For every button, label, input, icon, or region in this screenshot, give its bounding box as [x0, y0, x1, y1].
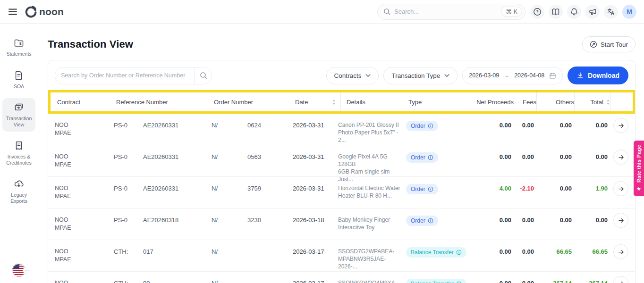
translate-language-icon[interactable]	[604, 5, 618, 19]
info-icon	[456, 281, 462, 283]
arrow-right-icon: →	[504, 72, 509, 79]
top-bar: noon ⌘ K ? M	[0, 0, 644, 24]
sidebar-item-label: Legacy Exports	[3, 192, 34, 204]
contracts-dropdown[interactable]: Contracts	[326, 67, 379, 84]
column-header-others[interactable]: Others	[536, 92, 574, 111]
table-row[interactable]: NOO MPAE PS-0AE20260331 N/0624 2026-03-3…	[48, 114, 635, 145]
column-header-type[interactable]: Type	[408, 92, 475, 111]
help-icon[interactable]: ?	[530, 5, 544, 19]
type-cell: Order	[406, 153, 472, 163]
column-header-date[interactable]: Date	[295, 92, 340, 111]
table-row[interactable]: NOO MPAE CTH:99 N/ 2026-03-17 SSOWKGW2Q4…	[48, 272, 635, 283]
net-proceeds-cell: 0.00	[472, 248, 511, 256]
chevron-right-icon: ›	[23, 267, 29, 274]
column-header-reference-number[interactable]: Reference Number	[116, 92, 214, 111]
noon-logo[interactable]: noon	[25, 5, 64, 18]
type-cell: Order	[406, 216, 472, 226]
row-expand-arrow-button[interactable]	[613, 118, 628, 133]
cmd-icon: ⌘	[506, 8, 512, 15]
type-cell: Order	[406, 184, 472, 194]
notifications-bell-icon[interactable]	[567, 5, 581, 19]
type-badge[interactable]: Balance Transfer	[406, 279, 466, 283]
table-row[interactable]: NOO MPAE PS-0AE20260318 N/3230 2026-03-1…	[48, 208, 635, 240]
info-icon	[428, 218, 433, 224]
invoices-receipt-icon	[14, 141, 24, 151]
type-badge[interactable]: Order	[406, 152, 438, 163]
sidebar-item-transaction-view[interactable]: Transaction View	[2, 98, 35, 132]
date-cell: 2026-03-18	[293, 216, 338, 224]
table-search-input[interactable]	[55, 67, 195, 84]
search-submit-button[interactable]	[195, 67, 212, 84]
row-expand-arrow-button[interactable]	[613, 276, 628, 283]
row-expand-arrow-button[interactable]	[613, 150, 628, 165]
start-tour-button[interactable]: Start Tour	[582, 36, 636, 52]
reference-number-cell: CTH:017	[114, 248, 212, 256]
order-number-cell: N/3759	[212, 184, 293, 192]
user-avatar[interactable]: M	[622, 5, 636, 19]
type-badge[interactable]: Order	[406, 216, 438, 226]
sidebar-item-legacy-exports[interactable]: Legacy Exports	[2, 175, 35, 208]
contract-cell: NOO MPAE	[55, 216, 114, 232]
compass-icon	[590, 41, 597, 48]
table-row[interactable]: NOO MPAE CTH:017 N/ 2026-03-17 SSOSD7G2W…	[48, 240, 635, 272]
table-search[interactable]	[55, 67, 212, 84]
column-header-details[interactable]: Details	[340, 92, 408, 111]
column-header-net-proceeds[interactable]: Net Proceeds	[475, 92, 514, 111]
table-body: NOO MPAE PS-0AE20260331 N/0624 2026-03-3…	[48, 114, 635, 283]
rate-this-page-tab[interactable]: Rate this Page ★	[634, 141, 644, 196]
total-cell: 0.00	[572, 216, 608, 224]
column-header-order-number[interactable]: Order Number	[214, 92, 295, 111]
row-expand-arrow-button[interactable]	[613, 244, 628, 259]
sidebar-item-statements[interactable]: $ Statements	[2, 33, 35, 61]
sidebar-item-invoices-creditnotes[interactable]: Invoices & Creditnotes	[2, 136, 35, 170]
column-header-contract[interactable]: Contract	[57, 92, 116, 111]
type-badge[interactable]: Order	[406, 121, 438, 131]
row-expand-arrow-button[interactable]	[613, 181, 628, 196]
others-cell: 0.00	[534, 184, 572, 192]
reference-number-cell: PS-0AE20260318	[114, 216, 212, 224]
transaction-type-dropdown[interactable]: Transaction Type	[383, 67, 458, 84]
column-header-fees[interactable]: Fees	[514, 92, 536, 111]
svg-text:?: ?	[536, 9, 539, 14]
others-cell: 267.14	[534, 279, 572, 283]
contract-cell: NOO MPAE	[55, 248, 114, 264]
info-icon	[428, 186, 433, 192]
announcements-megaphone-icon[interactable]	[585, 5, 600, 19]
star-icon: ★	[636, 186, 641, 192]
info-icon	[428, 123, 433, 129]
global-search[interactable]: ⌘ K	[377, 4, 525, 20]
chevron-down-icon	[365, 74, 371, 77]
fees-cell: 0.00	[511, 216, 534, 224]
date-range-picker[interactable]: 2026-03-09 → 2026-04-08	[462, 67, 563, 84]
noon-wordmark: noon	[39, 6, 64, 17]
filter-bar: Contracts Transaction Type 2026-03-09 → …	[48, 60, 635, 89]
type-badge[interactable]: Order	[406, 184, 438, 194]
table-row[interactable]: NOO MPAE PS-0AE20260331 N/0563 2026-03-3…	[48, 145, 635, 177]
type-badge[interactable]: Balance Transfer	[406, 247, 466, 258]
row-expand-arrow-button[interactable]	[613, 213, 628, 228]
order-number-cell: N/3230	[212, 216, 293, 224]
column-header-total[interactable]: Total	[574, 92, 610, 111]
date-cell: 2026-03-17	[293, 279, 338, 283]
sidebar-item-soa[interactable]: SOA	[2, 66, 35, 94]
arrow-right-icon	[618, 249, 625, 256]
total-cell: 0.00	[572, 121, 608, 129]
date-cell: 2026-03-31	[293, 153, 338, 161]
country-selector[interactable]: ›	[12, 263, 26, 277]
docs-book-icon[interactable]	[549, 5, 563, 19]
search-icon	[200, 72, 207, 79]
details-cell: SSOSD7G2WPABEA- MPABNW3R5JAE-2026-...	[338, 248, 406, 270]
net-proceeds-cell: 0.00	[472, 121, 511, 129]
others-cell: 66.65	[534, 248, 572, 256]
date-to: 2026-04-08	[514, 72, 544, 79]
transactions-card: Contracts Transaction Type 2026-03-09 → …	[48, 60, 636, 283]
reference-number-cell: CTH:99	[114, 279, 212, 283]
keyboard-shortcut-badge: ⌘ K	[501, 7, 522, 17]
sidebar-item-label: Statements	[6, 51, 31, 57]
download-button[interactable]: Download	[568, 67, 628, 84]
fees-cell: 0.00	[511, 121, 534, 129]
arrow-right-icon	[618, 154, 625, 161]
hamburger-menu-icon[interactable]	[7, 6, 19, 18]
type-cell: Balance Transfer	[406, 248, 472, 258]
global-search-input[interactable]	[394, 8, 501, 15]
